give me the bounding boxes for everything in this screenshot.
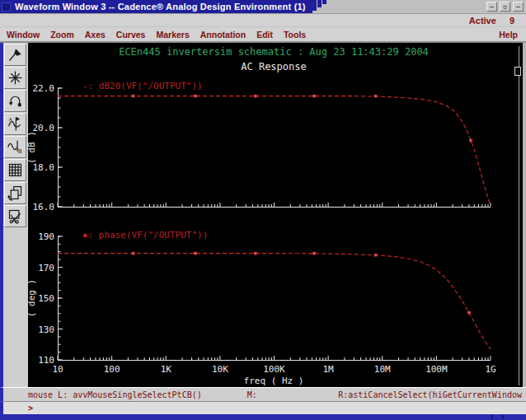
x-tick-label: 1K bbox=[161, 364, 172, 375]
menu-annotation[interactable]: Annotation bbox=[200, 30, 246, 40]
plot-context-header: ECEn445 invertersim schematic : Aug 23 1… bbox=[119, 46, 429, 58]
status-mouse-right: R:astiCancelSelect(hiGetCurrentWindow bbox=[338, 390, 522, 399]
close-icon: − bbox=[516, 2, 520, 11]
tool-button-probe-pen[interactable] bbox=[4, 44, 26, 66]
trace-point-marker bbox=[374, 254, 378, 257]
trace-point-marker bbox=[374, 95, 378, 98]
status-mouse-left: mouse L: avvMouseSingleSelectPtCB() bbox=[28, 390, 202, 399]
tool-button-starburst[interactable] bbox=[4, 67, 26, 89]
right-scrollbar-thumb[interactable] bbox=[515, 68, 521, 76]
tool-rail: A B bbox=[3, 43, 28, 387]
x-tick-label: 1M bbox=[323, 364, 335, 375]
resize-notch bbox=[491, 415, 493, 419]
tool-button-uturn-arrow[interactable] bbox=[4, 90, 26, 112]
waveform-window: Waveform Window 3 -- Cadence® Analog Des… bbox=[0, 0, 526, 420]
x-tick-label: 100 bbox=[104, 364, 120, 375]
svg-text:A: A bbox=[9, 116, 13, 122]
trace-point-marker bbox=[469, 139, 472, 142]
svg-text:B: B bbox=[18, 148, 22, 154]
menu-edit[interactable]: Edit bbox=[256, 30, 273, 40]
menu-zoom[interactable]: Zoom bbox=[50, 30, 74, 40]
x-tick-label: 1G bbox=[485, 364, 495, 375]
y-tick-label: 130 bbox=[38, 324, 54, 335]
menu-tools[interactable]: Tools bbox=[284, 30, 306, 40]
active-count: 9 bbox=[510, 16, 514, 26]
tool-button-clip-scissors[interactable] bbox=[4, 205, 26, 227]
trace-point-marker bbox=[194, 95, 197, 98]
trace-point-marker bbox=[312, 95, 316, 98]
trace-point-marker bbox=[254, 252, 257, 255]
titlebar-navy-region: Waveform Window 3 -- Cadence® Analog Des… bbox=[0, 0, 312, 13]
trace-point-marker bbox=[312, 252, 316, 255]
plot-area: ECEn445 invertersim schematic : Aug 23 1… bbox=[28, 43, 523, 387]
tool-button-copy-pages[interactable] bbox=[4, 182, 26, 204]
copy-pages-icon bbox=[7, 184, 24, 202]
clip-scissors-icon bbox=[7, 208, 24, 225]
trace-point-marker bbox=[467, 311, 471, 315]
window-menu-icon[interactable] bbox=[2, 2, 11, 12]
uturn-arrow-icon bbox=[7, 92, 24, 110]
trace-point-marker bbox=[132, 252, 135, 255]
x-tick-label: 10 bbox=[52, 364, 63, 375]
calculator-icon bbox=[7, 161, 24, 179]
window-close-button[interactable]: − bbox=[513, 2, 524, 12]
window-title: Waveform Window 3 -- Cadence® Analog Des… bbox=[15, 2, 306, 12]
axes-0 bbox=[58, 88, 491, 208]
prompt-symbol: > bbox=[28, 404, 33, 413]
resize-notch bbox=[502, 415, 504, 419]
tool-button-marker-b[interactable]: B bbox=[4, 136, 26, 158]
menu-window[interactable]: Window bbox=[7, 30, 40, 40]
probe-pen-icon bbox=[7, 46, 24, 63]
waveform-marker-a-icon: A bbox=[7, 115, 24, 133]
axes-1 bbox=[58, 236, 491, 361]
starburst-icon bbox=[7, 69, 24, 86]
trace-point-marker bbox=[132, 95, 135, 98]
y-tick-label: 22.0 bbox=[33, 83, 55, 94]
window-bottom-frame bbox=[0, 414, 526, 420]
menubar: Window Zoom Axes Curves Markers Annotati… bbox=[0, 27, 526, 43]
main-content: A B bbox=[0, 43, 526, 387]
y-axis-unit-label: ( deg ) bbox=[28, 279, 37, 317]
window-minimize-button[interactable]: − bbox=[486, 2, 497, 12]
y-tick-label: 150 bbox=[38, 293, 54, 304]
titlebar-step-decoration bbox=[312, 0, 326, 13]
maximize-icon: ▫ bbox=[503, 2, 507, 11]
legend-db20[interactable]: -: dB20(VF("/OUTPUT")) bbox=[82, 81, 203, 91]
x-tick-label: 100M bbox=[425, 364, 448, 375]
trace-phase[interactable] bbox=[58, 254, 491, 349]
y-axis-unit-label: ( dB ) bbox=[28, 131, 37, 164]
status-bar: mouse L: avvMouseSingleSelectPtCB() M: R… bbox=[0, 387, 526, 401]
plot-title: AC Response bbox=[241, 61, 306, 72]
y-tick-label: 16.0 bbox=[33, 202, 55, 212]
x-tick-label: 10K bbox=[212, 364, 228, 375]
y-tick-label: 190 bbox=[38, 231, 54, 242]
trace-point-marker bbox=[194, 252, 197, 255]
x-tick-label: 10M bbox=[374, 364, 391, 375]
tool-button-marker-a[interactable]: A bbox=[4, 113, 26, 135]
waveform-marker-b-icon: B bbox=[7, 138, 24, 156]
trace-point-marker bbox=[254, 95, 257, 98]
menu-axes[interactable]: Axes bbox=[85, 30, 106, 40]
legend-phase[interactable]: ▪: phase(VF("/OUTPUT")) bbox=[82, 230, 208, 240]
active-status-row: Active 9 bbox=[0, 14, 526, 27]
tool-button-calculator[interactable] bbox=[4, 159, 26, 181]
minimize-icon: − bbox=[490, 2, 494, 11]
menu-curves[interactable]: Curves bbox=[116, 30, 146, 40]
menu-help[interactable]: Help bbox=[499, 30, 518, 40]
y-tick-label: 170 bbox=[38, 263, 54, 273]
window-maximize-button[interactable]: ▫ bbox=[500, 2, 510, 12]
x-axis-label: freq ( Hz ) bbox=[244, 376, 304, 386]
x-tick-label: 100K bbox=[263, 364, 285, 375]
active-label: Active bbox=[469, 16, 496, 26]
trace-db20[interactable] bbox=[58, 96, 491, 207]
titlebar[interactable]: Waveform Window 3 -- Cadence® Analog Des… bbox=[0, 0, 526, 14]
menu-markers[interactable]: Markers bbox=[156, 30, 189, 40]
command-prompt-bar[interactable]: > bbox=[0, 401, 526, 414]
status-mouse-middle: M: bbox=[247, 390, 257, 399]
